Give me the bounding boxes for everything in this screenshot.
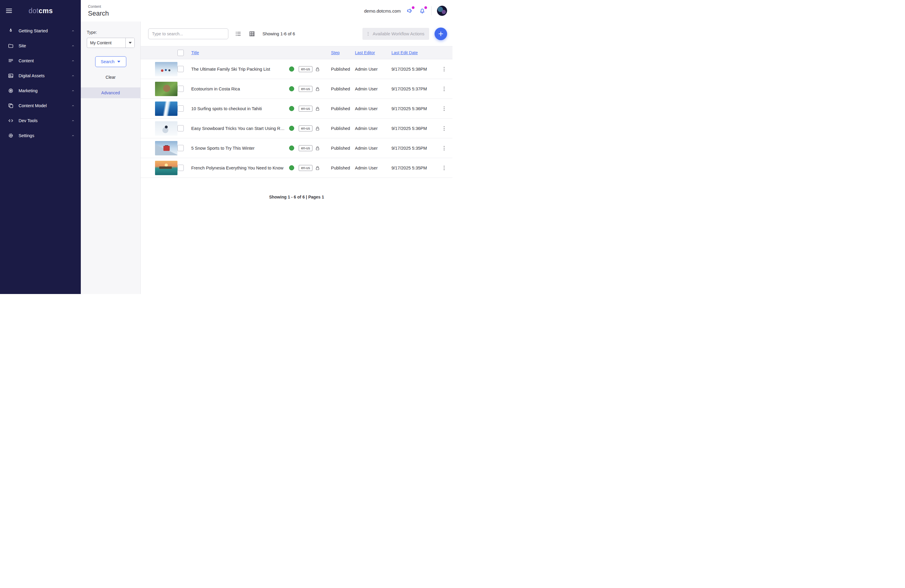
- type-label: Type:: [87, 30, 140, 35]
- sidebar-item-marketing[interactable]: Marketing: [0, 83, 81, 98]
- row-step: Published: [331, 126, 355, 131]
- row-menu-icon[interactable]: [441, 165, 448, 171]
- row-thumbnail[interactable]: [155, 141, 178, 156]
- search-button[interactable]: Search: [95, 56, 126, 67]
- row-title[interactable]: 10 Surfing spots to checkout in Tahiti: [188, 106, 289, 111]
- sidebar-item-site[interactable]: Site: [0, 38, 81, 53]
- content-type-select[interactable]: My Content: [87, 38, 135, 48]
- sidebar-nav: Getting Started Site Content Digital Ass…: [0, 22, 81, 143]
- row-thumbnail[interactable]: [155, 82, 178, 96]
- page-title: Search: [88, 10, 109, 17]
- list-lines-icon: [8, 58, 14, 64]
- published-status-dot: [289, 86, 294, 91]
- row-last-editor: Admin User: [355, 126, 391, 131]
- sidebar-item-content[interactable]: Content: [0, 53, 81, 68]
- table-row[interactable]: 5 Snow Sports to Try This Winter en-us P…: [141, 138, 452, 158]
- chevron-up-icon: [71, 59, 75, 63]
- workflow-actions-button[interactable]: Available Workflow Actions: [362, 28, 429, 40]
- list-view-icon[interactable]: [235, 30, 241, 37]
- chevron-up-icon: [71, 104, 75, 108]
- row-last-editor: Admin User: [355, 146, 391, 151]
- sidebar-item-label: Site: [19, 43, 71, 48]
- grid-view-icon[interactable]: [249, 30, 255, 37]
- topbar-divider: [431, 6, 432, 15]
- table-row[interactable]: French Polynesia Everything You Need to …: [141, 158, 452, 178]
- row-title[interactable]: French Polynesia Everything You Need to …: [188, 165, 289, 170]
- column-header-step[interactable]: Step: [331, 50, 340, 55]
- chevron-up-icon: [71, 134, 75, 137]
- row-title[interactable]: The Ultimate Family Ski Trip Packing Lis…: [188, 67, 289, 72]
- row-menu-icon[interactable]: [441, 125, 448, 132]
- announcements-icon[interactable]: [406, 7, 413, 14]
- add-content-button[interactable]: [435, 27, 447, 40]
- row-last-editor: Admin User: [355, 67, 391, 72]
- caret-down-icon: [117, 61, 120, 63]
- published-status-dot: [289, 146, 294, 151]
- search-input[interactable]: [148, 29, 229, 39]
- logo-cms-text: cms: [39, 7, 53, 15]
- row-checkbox[interactable]: [178, 66, 184, 72]
- lock-icon: [315, 86, 331, 92]
- published-status-dot: [289, 67, 294, 72]
- row-title[interactable]: Ecotourism in Costa Rica: [188, 86, 289, 91]
- advanced-link[interactable]: Advanced: [81, 87, 140, 98]
- row-last-edit-date: 9/17/2025 5:36PM: [391, 106, 436, 111]
- sidebar-item-settings[interactable]: Settings: [0, 128, 81, 143]
- row-checkbox[interactable]: [178, 145, 184, 151]
- breadcrumb[interactable]: Content: [88, 5, 109, 9]
- kebab-icon: [365, 31, 371, 37]
- row-menu-icon[interactable]: [441, 86, 448, 92]
- row-menu-icon[interactable]: [441, 105, 448, 112]
- table-row[interactable]: The Ultimate Family Ski Trip Packing Lis…: [141, 59, 452, 79]
- row-checkbox[interactable]: [178, 165, 184, 171]
- table-row[interactable]: Ecotourism in Costa Rica en-us Published…: [141, 79, 452, 99]
- row-title[interactable]: 5 Snow Sports to Try This Winter: [188, 146, 289, 151]
- row-checkbox[interactable]: [178, 125, 184, 132]
- row-thumbnail[interactable]: [155, 102, 178, 116]
- lock-icon: [315, 126, 331, 131]
- logo-dot-text: dot: [29, 7, 38, 15]
- sidebar-item-label: Settings: [19, 133, 71, 138]
- row-thumbnail[interactable]: [155, 161, 178, 175]
- gear-icon: [8, 133, 14, 138]
- sidebar-item-getting-started[interactable]: Getting Started: [0, 23, 81, 38]
- select-caret-button[interactable]: [125, 38, 134, 48]
- row-step: Published: [331, 165, 355, 170]
- column-header-last-edit-date[interactable]: Last Edit Date: [391, 50, 418, 55]
- table-row[interactable]: 10 Surfing spots to checkout in Tahiti e…: [141, 99, 452, 119]
- language-badge: en-us: [298, 66, 313, 72]
- sidebar-item-digital-assets[interactable]: Digital Assets: [0, 68, 81, 83]
- column-header-last-editor[interactable]: Last Editor: [355, 50, 375, 55]
- folder-icon: [8, 43, 14, 49]
- pages-icon: [8, 103, 14, 109]
- row-title[interactable]: Easy Snowboard Tricks You can Start Usin…: [188, 126, 289, 131]
- search-filter-panel: Type: My Content Search Clear Advanced: [81, 22, 141, 294]
- flame-icon: [8, 28, 14, 34]
- row-menu-icon[interactable]: [441, 145, 448, 151]
- bell-icon[interactable]: [419, 7, 426, 14]
- row-thumbnail[interactable]: [155, 121, 178, 136]
- sidebar-item-content-model[interactable]: Content Model: [0, 98, 81, 113]
- row-checkbox[interactable]: [178, 86, 184, 92]
- sidebar-item-dev-tools[interactable]: Dev Tools: [0, 113, 81, 128]
- sidebar-item-label: Digital Assets: [19, 73, 71, 78]
- sidebar-item-label: Dev Tools: [19, 118, 71, 123]
- menu-toggle-icon[interactable]: [6, 9, 12, 13]
- user-avatar[interactable]: [437, 6, 447, 16]
- row-thumbnail[interactable]: [155, 62, 178, 76]
- caret-down-icon: [129, 42, 132, 44]
- notification-badge: [412, 6, 414, 9]
- lock-icon: [315, 106, 331, 111]
- pagination-summary: Showing 1 - 6 of 6 | Pages 1: [141, 195, 452, 199]
- column-header-title[interactable]: Title: [191, 50, 199, 55]
- sidebar-item-label: Marketing: [19, 88, 71, 93]
- select-all-checkbox[interactable]: [178, 50, 184, 56]
- row-menu-icon[interactable]: [441, 66, 448, 72]
- clear-button[interactable]: Clear: [81, 75, 140, 79]
- sidebar-item-label: Content: [19, 58, 71, 63]
- row-checkbox[interactable]: [178, 105, 184, 112]
- chevron-up-icon: [71, 74, 75, 78]
- lock-icon: [315, 165, 331, 171]
- sidebar-item-label: Content Model: [19, 103, 71, 108]
- table-row[interactable]: Easy Snowboard Tricks You can Start Usin…: [141, 119, 452, 138]
